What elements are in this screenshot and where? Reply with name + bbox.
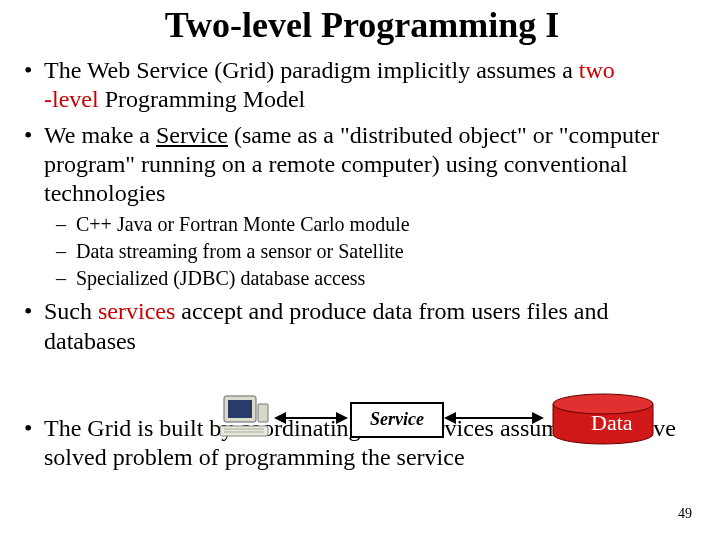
bullet-item: We make a Service (same as a "distribute… [22,121,702,292]
text: Data streaming from a sensor or Satellit… [76,240,404,262]
sub-bullet-item: C++ Java or Fortran Monte Carlo module [54,212,702,237]
text: The Web Service (Grid) paradigm implicit… [44,57,579,83]
text: We make a [44,122,156,148]
svg-marker-10 [444,412,456,424]
computer-icon [220,394,272,444]
slide-title: Two-level Programming I [22,4,702,46]
page-number: 49 [678,506,692,522]
svg-rect-2 [220,426,268,436]
service-data-diagram: Service Data [220,392,700,452]
svg-marker-11 [532,412,544,424]
text: C++ Java or Fortran Monte Carlo module [76,213,410,235]
highlight-text: two [579,57,615,83]
bullet-item: The Web Service (Grid) paradigm implicit… [22,56,702,115]
svg-rect-5 [258,404,268,422]
highlight-text: services [98,298,175,324]
service-label: Service [370,409,424,429]
text: Programming Model [99,86,306,112]
service-box: Service [350,402,444,438]
underlined-text: Service [156,122,228,148]
text: Specialized (JDBC) database access [76,267,365,289]
double-arrow-icon [444,410,544,426]
svg-marker-7 [274,412,286,424]
sub-bullet-item: Data streaming from a sensor or Satellit… [54,239,702,264]
bullet-item: Such services accept and produce data fr… [22,297,702,356]
highlight-text: -level [44,86,99,112]
data-label: Data [591,410,633,436]
slide: Two-level Programming I The Web Service … [0,4,720,540]
svg-marker-8 [336,412,348,424]
sub-bullet-list: C++ Java or Fortran Monte Carlo module D… [44,212,702,291]
sub-bullet-item: Specialized (JDBC) database access [54,266,702,291]
svg-rect-1 [228,400,252,418]
text: Such [44,298,98,324]
double-arrow-icon [274,410,348,426]
